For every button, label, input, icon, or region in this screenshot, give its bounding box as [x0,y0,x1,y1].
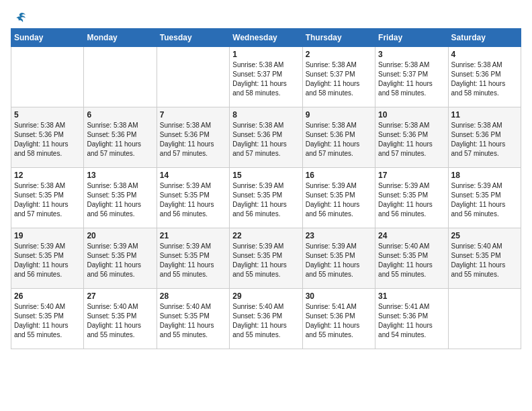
day-number: 10 [378,110,445,120]
calendar-cell: 16Sunrise: 5:39 AM Sunset: 5:35 PM Dayli… [302,168,375,228]
calendar-cell: 17Sunrise: 5:39 AM Sunset: 5:35 PM Dayli… [375,168,448,228]
calendar-cell: 12Sunrise: 5:38 AM Sunset: 5:35 PM Dayli… [11,168,84,228]
col-header-sunday: Sunday [11,29,84,47]
logo [11,11,27,23]
calendar-cell: 5Sunrise: 5:38 AM Sunset: 5:36 PM Daylig… [11,107,84,168]
day-number: 27 [87,291,153,301]
col-header-saturday: Saturday [448,29,521,47]
calendar-cell: 13Sunrise: 5:38 AM Sunset: 5:35 PM Dayli… [84,168,157,228]
calendar-cell: 19Sunrise: 5:39 AM Sunset: 5:35 PM Dayli… [11,228,84,289]
calendar-cell: 27Sunrise: 5:40 AM Sunset: 5:35 PM Dayli… [84,289,157,349]
day-info: Sunrise: 5:38 AM Sunset: 5:36 PM Dayligh… [232,121,299,158]
day-number: 8 [232,110,299,120]
day-number: 19 [14,231,81,240]
day-number: 31 [378,291,445,301]
day-info: Sunrise: 5:39 AM Sunset: 5:35 PM Dayligh… [232,242,299,279]
day-number: 24 [378,231,445,240]
day-info: Sunrise: 5:41 AM Sunset: 5:36 PM Dayligh… [306,302,372,340]
col-header-tuesday: Tuesday [157,29,229,47]
logo-bird-icon [12,11,27,26]
calendar-cell [11,47,84,107]
day-info: Sunrise: 5:38 AM Sunset: 5:36 PM Dayligh… [451,60,518,98]
day-number: 25 [451,231,518,240]
day-info: Sunrise: 5:39 AM Sunset: 5:35 PM Dayligh… [87,242,153,279]
day-number: 4 [451,50,518,59]
day-number: 12 [14,171,81,180]
day-number: 2 [306,50,372,59]
day-number: 1 [232,50,299,59]
day-number: 28 [160,291,226,301]
calendar-cell: 6Sunrise: 5:38 AM Sunset: 5:36 PM Daylig… [84,107,157,168]
day-info: Sunrise: 5:38 AM Sunset: 5:36 PM Dayligh… [306,121,372,158]
calendar-cell [84,47,157,107]
day-number: 16 [306,171,372,180]
day-number: 23 [306,231,372,240]
calendar-cell: 23Sunrise: 5:39 AM Sunset: 5:35 PM Dayli… [302,228,375,289]
day-number: 5 [14,110,81,120]
calendar-cell: 2Sunrise: 5:38 AM Sunset: 5:37 PM Daylig… [302,47,375,107]
day-number: 11 [451,110,518,120]
calendar-cell: 7Sunrise: 5:38 AM Sunset: 5:36 PM Daylig… [157,107,229,168]
col-header-thursday: Thursday [302,29,375,47]
calendar-cell [157,47,229,107]
day-number: 17 [378,171,445,180]
calendar-cell: 3Sunrise: 5:38 AM Sunset: 5:37 PM Daylig… [375,47,448,107]
day-info: Sunrise: 5:38 AM Sunset: 5:35 PM Dayligh… [87,181,153,219]
calendar-cell: 28Sunrise: 5:40 AM Sunset: 5:35 PM Dayli… [157,289,229,349]
day-info: Sunrise: 5:38 AM Sunset: 5:36 PM Dayligh… [87,121,153,158]
page-header [11,11,521,23]
day-number: 14 [160,171,226,180]
calendar-cell: 1Sunrise: 5:38 AM Sunset: 5:37 PM Daylig… [230,47,302,107]
day-number: 7 [160,110,226,120]
day-number: 6 [87,110,153,120]
day-info: Sunrise: 5:40 AM Sunset: 5:35 PM Dayligh… [14,302,81,340]
calendar-cell: 26Sunrise: 5:40 AM Sunset: 5:35 PM Dayli… [11,289,84,349]
day-number: 18 [451,171,518,180]
day-info: Sunrise: 5:38 AM Sunset: 5:37 PM Dayligh… [306,60,372,98]
day-info: Sunrise: 5:40 AM Sunset: 5:35 PM Dayligh… [160,302,226,340]
calendar-cell: 15Sunrise: 5:39 AM Sunset: 5:35 PM Dayli… [230,168,302,228]
calendar-cell: 11Sunrise: 5:38 AM Sunset: 5:36 PM Dayli… [448,107,521,168]
calendar-cell: 24Sunrise: 5:40 AM Sunset: 5:35 PM Dayli… [375,228,448,289]
day-info: Sunrise: 5:41 AM Sunset: 5:36 PM Dayligh… [378,302,445,340]
day-info: Sunrise: 5:40 AM Sunset: 5:35 PM Dayligh… [451,242,518,279]
day-info: Sunrise: 5:39 AM Sunset: 5:35 PM Dayligh… [306,181,372,219]
day-info: Sunrise: 5:38 AM Sunset: 5:37 PM Dayligh… [232,60,299,98]
day-info: Sunrise: 5:38 AM Sunset: 5:35 PM Dayligh… [14,181,81,219]
day-info: Sunrise: 5:38 AM Sunset: 5:36 PM Dayligh… [14,121,81,158]
day-info: Sunrise: 5:40 AM Sunset: 5:36 PM Dayligh… [232,302,299,340]
calendar-cell: 30Sunrise: 5:41 AM Sunset: 5:36 PM Dayli… [302,289,375,349]
day-info: Sunrise: 5:40 AM Sunset: 5:35 PM Dayligh… [87,302,153,340]
calendar-cell: 9Sunrise: 5:38 AM Sunset: 5:36 PM Daylig… [302,107,375,168]
day-info: Sunrise: 5:39 AM Sunset: 5:35 PM Dayligh… [232,181,299,219]
day-info: Sunrise: 5:39 AM Sunset: 5:35 PM Dayligh… [451,181,518,219]
calendar-cell [448,289,521,349]
day-number: 3 [378,50,445,59]
calendar-cell: 29Sunrise: 5:40 AM Sunset: 5:36 PM Dayli… [230,289,302,349]
day-info: Sunrise: 5:39 AM Sunset: 5:35 PM Dayligh… [306,242,372,279]
col-header-friday: Friday [375,29,448,47]
col-header-wednesday: Wednesday [230,29,302,47]
day-info: Sunrise: 5:40 AM Sunset: 5:35 PM Dayligh… [378,242,445,279]
calendar-cell: 31Sunrise: 5:41 AM Sunset: 5:36 PM Dayli… [375,289,448,349]
day-info: Sunrise: 5:38 AM Sunset: 5:36 PM Dayligh… [378,121,445,158]
calendar-table: SundayMondayTuesdayWednesdayThursdayFrid… [11,28,521,349]
calendar-cell: 4Sunrise: 5:38 AM Sunset: 5:36 PM Daylig… [448,47,521,107]
day-number: 29 [232,291,299,301]
day-number: 30 [306,291,372,301]
calendar-cell: 8Sunrise: 5:38 AM Sunset: 5:36 PM Daylig… [230,107,302,168]
day-number: 22 [232,231,299,240]
calendar-cell: 14Sunrise: 5:39 AM Sunset: 5:35 PM Dayli… [157,168,229,228]
day-number: 20 [87,231,153,240]
calendar-cell: 20Sunrise: 5:39 AM Sunset: 5:35 PM Dayli… [84,228,157,289]
day-number: 26 [14,291,81,301]
day-number: 9 [306,110,372,120]
calendar-cell: 25Sunrise: 5:40 AM Sunset: 5:35 PM Dayli… [448,228,521,289]
calendar-cell: 10Sunrise: 5:38 AM Sunset: 5:36 PM Dayli… [375,107,448,168]
calendar-cell: 22Sunrise: 5:39 AM Sunset: 5:35 PM Dayli… [230,228,302,289]
col-header-monday: Monday [84,29,157,47]
day-number: 13 [87,171,153,180]
day-number: 15 [232,171,299,180]
day-info: Sunrise: 5:39 AM Sunset: 5:35 PM Dayligh… [160,181,226,219]
day-number: 21 [160,231,226,240]
